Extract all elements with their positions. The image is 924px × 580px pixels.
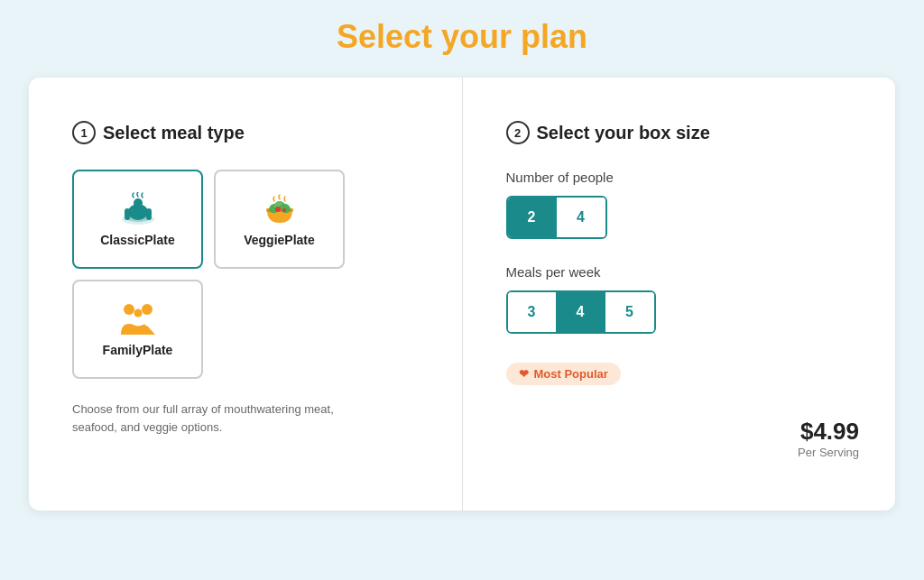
step1-circle: 1 [72, 121, 96, 144]
family-plate-label: FamilyPlate [103, 343, 173, 357]
veggie-plate-icon [258, 191, 301, 227]
step1-label: Select meal type [103, 123, 245, 143]
meals-label: Meals per week [506, 264, 860, 280]
step1-title: 1 Select meal type [72, 121, 426, 144]
svg-point-13 [282, 208, 286, 212]
heart-icon: ❤ [519, 367, 529, 381]
meals-btn-5[interactable]: 5 [605, 292, 654, 332]
people-btn-2[interactable]: 2 [508, 198, 557, 237]
meal-card-veggie[interactable]: VeggiePlate [214, 170, 345, 269]
svg-point-12 [275, 207, 281, 212]
family-plate-icon [116, 301, 160, 337]
svg-point-6 [146, 215, 152, 220]
step2-label: Select your box size [537, 123, 710, 143]
svg-point-14 [124, 304, 134, 315]
people-btn-4[interactable]: 4 [557, 198, 605, 237]
price-value: $4.99 [506, 418, 860, 446]
veggie-plate-label: VeggiePlate [244, 233, 315, 247]
meal-card-classic[interactable]: ClassicPlate [72, 170, 203, 269]
price-section: $4.99 Per Serving [506, 418, 860, 459]
meal-card-family[interactable]: FamilyPlate [72, 280, 203, 379]
classic-plate-icon [116, 191, 160, 227]
svg-point-4 [125, 215, 130, 220]
step2-title: 2 Select your box size [506, 121, 860, 144]
left-panel: 1 Select meal type [29, 78, 463, 511]
page-title: Select your plan [337, 18, 587, 56]
right-panel: 2 Select your box size Number of people … [463, 78, 896, 511]
svg-point-16 [134, 309, 142, 318]
svg-point-15 [142, 304, 152, 315]
svg-point-7 [134, 198, 143, 207]
step2-circle: 2 [506, 121, 530, 144]
meal-options-grid: ClassicPlate [72, 170, 426, 379]
meals-btn-3[interactable]: 3 [508, 292, 557, 332]
meals-selector: 3 4 5 [506, 290, 656, 334]
meal-description: Choose from our full array of mouthwater… [72, 400, 361, 436]
meals-btn-4[interactable]: 4 [557, 292, 605, 332]
price-per-label: Per Serving [506, 446, 860, 459]
main-card: 1 Select meal type [29, 78, 895, 511]
classic-plate-label: ClassicPlate [100, 233, 175, 247]
popular-badge: ❤ Most Popular [506, 363, 621, 385]
people-label: Number of people [506, 170, 860, 185]
popular-badge-label: Most Popular [534, 367, 608, 381]
people-selector: 2 4 [506, 196, 607, 239]
